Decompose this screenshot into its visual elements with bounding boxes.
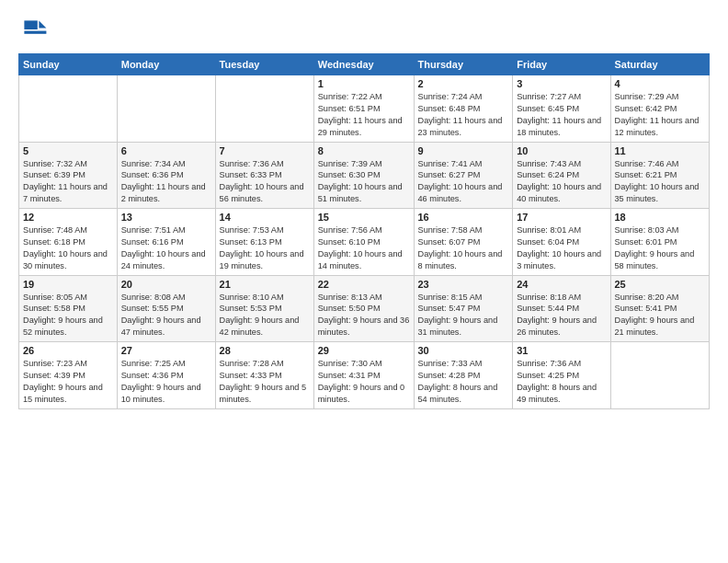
day-number: 21 [220, 279, 310, 290]
calendar-cell: 16Sunrise: 7:58 AMSunset: 6:07 PMDayligh… [414, 209, 513, 276]
calendar-cell: 19Sunrise: 8:05 AMSunset: 5:58 PMDayligh… [19, 275, 118, 342]
calendar: SundayMondayTuesdayWednesdayThursdayFrid… [18, 53, 710, 409]
day-info: Sunrise: 7:34 AMSunset: 6:36 PMDaylight:… [121, 158, 211, 206]
day-number: 22 [318, 279, 410, 290]
logo-icon [18, 15, 48, 44]
day-number: 24 [517, 279, 606, 290]
svg-rect-3 [24, 31, 46, 34]
day-number: 5 [23, 145, 113, 156]
day-info: Sunrise: 7:39 AMSunset: 6:30 PMDaylight:… [318, 158, 410, 206]
day-number: 6 [121, 145, 211, 156]
day-info: Sunrise: 7:56 AMSunset: 6:10 PMDaylight:… [318, 224, 410, 272]
day-info: Sunrise: 8:01 AMSunset: 6:04 PMDaylight:… [517, 224, 606, 272]
calendar-cell: 12Sunrise: 7:48 AMSunset: 6:18 PMDayligh… [19, 209, 118, 276]
day-info: Sunrise: 7:22 AMSunset: 6:51 PMDaylight:… [318, 91, 410, 139]
day-number: 31 [517, 345, 606, 356]
day-info: Sunrise: 8:20 AMSunset: 5:41 PMDaylight:… [615, 292, 706, 339]
day-number: 12 [23, 212, 113, 223]
day-number: 2 [418, 78, 509, 89]
calendar-cell: 14Sunrise: 7:53 AMSunset: 6:13 PMDayligh… [215, 209, 313, 276]
day-info: Sunrise: 7:36 AMSunset: 4:25 PMDaylight:… [517, 358, 606, 406]
page: SundayMondayTuesdayWednesdayThursdayFrid… [0, 0, 728, 563]
svg-rect-2 [24, 20, 37, 29]
day-number: 28 [220, 345, 310, 356]
day-number: 10 [517, 145, 606, 156]
day-info: Sunrise: 8:08 AMSunset: 5:55 PMDaylight:… [121, 292, 211, 339]
day-info: Sunrise: 7:51 AMSunset: 6:16 PMDaylight:… [121, 224, 211, 272]
day-info: Sunrise: 8:18 AMSunset: 5:44 PMDaylight:… [517, 292, 606, 339]
day-info: Sunrise: 7:32 AMSunset: 6:39 PMDaylight:… [23, 158, 113, 206]
day-number: 29 [318, 345, 410, 356]
weekday-header: Tuesday [215, 54, 313, 75]
day-number: 16 [418, 212, 509, 223]
day-info: Sunrise: 7:33 AMSunset: 4:28 PMDaylight:… [418, 358, 509, 406]
weekday-header: Wednesday [313, 54, 414, 75]
calendar-cell: 30Sunrise: 7:33 AMSunset: 4:28 PMDayligh… [414, 342, 513, 409]
calendar-cell: 25Sunrise: 8:20 AMSunset: 5:41 PMDayligh… [610, 275, 710, 342]
day-info: Sunrise: 8:13 AMSunset: 5:50 PMDaylight:… [318, 292, 410, 339]
calendar-cell: 7Sunrise: 7:36 AMSunset: 6:33 PMDaylight… [215, 142, 313, 209]
calendar-cell: 15Sunrise: 7:56 AMSunset: 6:10 PMDayligh… [313, 209, 414, 276]
calendar-cell: 6Sunrise: 7:34 AMSunset: 6:36 PMDaylight… [117, 142, 215, 209]
day-number: 4 [615, 78, 706, 89]
day-number: 30 [418, 345, 509, 356]
calendar-cell: 23Sunrise: 8:15 AMSunset: 5:47 PMDayligh… [414, 275, 513, 342]
day-info: Sunrise: 7:27 AMSunset: 6:45 PMDaylight:… [517, 91, 606, 139]
day-number: 3 [517, 78, 606, 89]
day-number: 19 [23, 279, 113, 290]
calendar-cell [610, 342, 710, 409]
weekday-header: Sunday [19, 54, 118, 75]
day-info: Sunrise: 8:15 AMSunset: 5:47 PMDaylight:… [418, 292, 509, 339]
day-info: Sunrise: 8:03 AMSunset: 6:01 PMDaylight:… [615, 224, 706, 272]
day-number: 14 [220, 212, 310, 223]
calendar-cell: 27Sunrise: 7:25 AMSunset: 4:36 PMDayligh… [117, 342, 215, 409]
day-number: 17 [517, 212, 606, 223]
day-number: 18 [615, 212, 706, 223]
day-info: Sunrise: 7:23 AMSunset: 4:39 PMDaylight:… [23, 358, 113, 406]
calendar-cell: 20Sunrise: 8:08 AMSunset: 5:55 PMDayligh… [117, 275, 215, 342]
calendar-cell: 2Sunrise: 7:24 AMSunset: 6:48 PMDaylight… [414, 75, 513, 143]
day-info: Sunrise: 7:46 AMSunset: 6:21 PMDaylight:… [615, 158, 706, 206]
calendar-cell: 8Sunrise: 7:39 AMSunset: 6:30 PMDaylight… [313, 142, 414, 209]
calendar-cell: 26Sunrise: 7:23 AMSunset: 4:39 PMDayligh… [19, 342, 118, 409]
calendar-cell: 1Sunrise: 7:22 AMSunset: 6:51 PMDaylight… [313, 75, 414, 143]
day-number: 11 [615, 145, 706, 156]
weekday-header: Saturday [610, 54, 710, 75]
calendar-cell: 4Sunrise: 7:29 AMSunset: 6:42 PMDaylight… [610, 75, 710, 143]
calendar-cell: 29Sunrise: 7:30 AMSunset: 4:31 PMDayligh… [313, 342, 414, 409]
day-number: 8 [318, 145, 410, 156]
day-number: 25 [615, 279, 706, 290]
day-number: 7 [220, 145, 310, 156]
day-info: Sunrise: 7:29 AMSunset: 6:42 PMDaylight:… [615, 91, 706, 139]
calendar-cell: 24Sunrise: 8:18 AMSunset: 5:44 PMDayligh… [513, 275, 610, 342]
calendar-cell: 31Sunrise: 7:36 AMSunset: 4:25 PMDayligh… [513, 342, 610, 409]
calendar-cell: 22Sunrise: 8:13 AMSunset: 5:50 PMDayligh… [313, 275, 414, 342]
day-info: Sunrise: 7:36 AMSunset: 6:33 PMDaylight:… [220, 158, 310, 206]
day-info: Sunrise: 7:58 AMSunset: 6:07 PMDaylight:… [418, 224, 509, 272]
weekday-header: Monday [117, 54, 215, 75]
day-info: Sunrise: 7:25 AMSunset: 4:36 PMDaylight:… [121, 358, 211, 406]
calendar-cell: 9Sunrise: 7:41 AMSunset: 6:27 PMDaylight… [414, 142, 513, 209]
day-info: Sunrise: 7:41 AMSunset: 6:27 PMDaylight:… [418, 158, 509, 206]
calendar-cell: 3Sunrise: 7:27 AMSunset: 6:45 PMDaylight… [513, 75, 610, 143]
day-info: Sunrise: 7:28 AMSunset: 4:33 PMDaylight:… [220, 358, 310, 406]
logo [18, 15, 51, 44]
calendar-cell: 5Sunrise: 7:32 AMSunset: 6:39 PMDaylight… [19, 142, 118, 209]
day-info: Sunrise: 7:48 AMSunset: 6:18 PMDaylight:… [23, 224, 113, 272]
calendar-cell [19, 75, 118, 143]
day-info: Sunrise: 7:30 AMSunset: 4:31 PMDaylight:… [318, 358, 410, 406]
day-number: 13 [121, 212, 211, 223]
day-number: 1 [318, 78, 410, 89]
day-info: Sunrise: 8:05 AMSunset: 5:58 PMDaylight:… [23, 292, 113, 339]
header [18, 15, 710, 44]
weekday-header: Friday [513, 54, 610, 75]
day-info: Sunrise: 7:53 AMSunset: 6:13 PMDaylight:… [220, 224, 310, 272]
day-number: 15 [318, 212, 410, 223]
calendar-cell [215, 75, 313, 143]
day-info: Sunrise: 8:10 AMSunset: 5:53 PMDaylight:… [220, 292, 310, 339]
day-number: 20 [121, 279, 211, 290]
calendar-cell: 28Sunrise: 7:28 AMSunset: 4:33 PMDayligh… [215, 342, 313, 409]
day-number: 23 [418, 279, 509, 290]
weekday-header: Thursday [414, 54, 513, 75]
calendar-cell: 11Sunrise: 7:46 AMSunset: 6:21 PMDayligh… [610, 142, 710, 209]
